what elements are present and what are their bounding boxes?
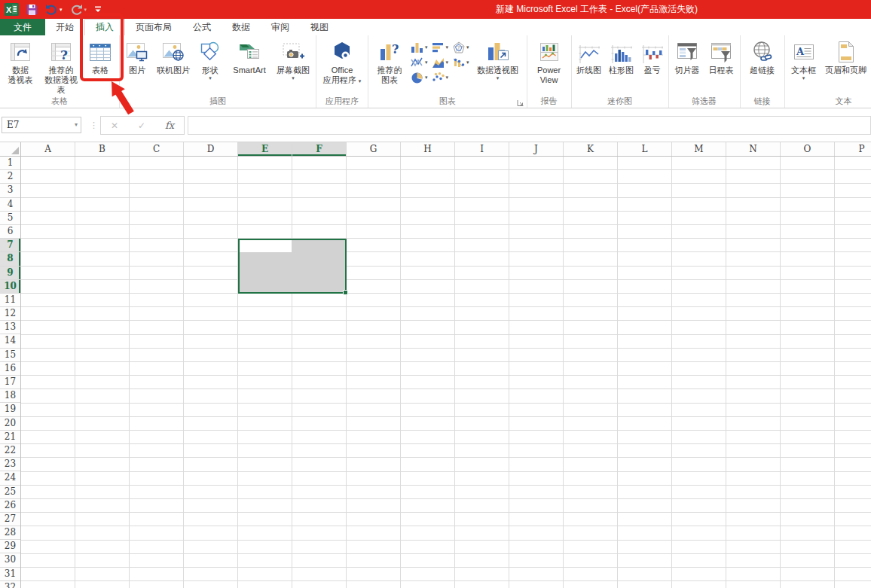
row-header-18[interactable]: 18 (0, 389, 20, 403)
column-header-G[interactable]: G (347, 142, 401, 156)
cancel-icon[interactable]: ✕ (111, 120, 118, 131)
tab-formulas[interactable]: 公式 (182, 19, 222, 35)
row-header-31[interactable]: 31 (0, 568, 20, 581)
save-icon[interactable] (26, 4, 38, 15)
formula-input[interactable] (188, 116, 871, 135)
row-header-5[interactable]: 5 (0, 212, 20, 225)
smartart-button[interactable]: SmartArt (227, 37, 272, 96)
column-header-M[interactable]: M (672, 142, 726, 156)
recommended-charts-button[interactable]: ? 推荐的 图表 (370, 37, 409, 96)
column-header-L[interactable]: L (618, 142, 672, 156)
row-header-25[interactable]: 25 (0, 486, 20, 499)
sparkline-winloss-button[interactable]: 盈亏 (638, 41, 667, 96)
row-header-6[interactable]: 6 (0, 225, 20, 239)
pivottable-button[interactable]: 数据 透视表 (2, 37, 39, 96)
power-view-button[interactable]: Power View (529, 37, 570, 96)
enter-icon[interactable]: ✓ (138, 120, 145, 131)
row-header-22[interactable]: 22 (0, 444, 20, 458)
row-header-13[interactable]: 13 (0, 321, 20, 334)
row-header-10[interactable]: 10 (0, 280, 20, 294)
column-header-B[interactable]: B (75, 142, 130, 156)
row-header-11[interactable]: 11 (0, 294, 20, 307)
column-chart-button[interactable]: ▾ (411, 41, 428, 53)
row-header-17[interactable]: 17 (0, 376, 20, 389)
shapes-button[interactable]: 形状 ▾ (194, 37, 227, 96)
tab-view[interactable]: 视图 (300, 19, 339, 35)
recommended-pivottables-button[interactable]: ? 推荐的 数据透视表 (39, 37, 83, 96)
customize-qat-icon[interactable] (94, 6, 102, 13)
name-box[interactable]: E7 ▾ (2, 117, 81, 133)
column-header-I[interactable]: I (455, 142, 509, 156)
column-header-A[interactable]: A (21, 142, 75, 156)
row-header-27[interactable]: 27 (0, 513, 20, 526)
column-header-N[interactable]: N (726, 142, 781, 156)
screenshot-button[interactable]: 屏幕截图 ▾ (272, 37, 314, 96)
office-apps-button[interactable]: Office 应用程序 ▾ (318, 37, 366, 96)
row-header-19[interactable]: 19 (0, 403, 20, 416)
column-header-P[interactable]: P (835, 142, 871, 156)
pie-chart-button[interactable]: ▾ (411, 72, 428, 84)
row-header-4[interactable]: 4 (0, 198, 20, 212)
active-cell[interactable] (240, 240, 292, 252)
row-header-8[interactable]: 8 (0, 252, 20, 266)
row-header-14[interactable]: 14 (0, 334, 20, 348)
charts-dialog-launcher-icon[interactable] (517, 99, 524, 107)
cell-grid[interactable] (21, 157, 871, 588)
row-header-7[interactable]: 7 (0, 239, 20, 252)
sparkline-line-button[interactable]: 折线图 (573, 41, 605, 96)
scatter-chart-button[interactable]: ▾ (432, 72, 449, 84)
excel-app-icon[interactable]: X (5, 3, 19, 16)
timeline-button[interactable]: 日程表 (704, 37, 738, 96)
line-chart-button[interactable]: ▾ (411, 56, 428, 69)
pivotchart-button[interactable]: 数据透视图 ▾ (471, 37, 525, 96)
row-header-23[interactable]: 23 (0, 458, 20, 471)
row-header-29[interactable]: 29 (0, 540, 20, 553)
column-header-F[interactable]: F (292, 142, 347, 156)
name-box-dropdown-icon[interactable]: ▾ (75, 117, 78, 133)
stock-chart-button[interactable]: ▾ (452, 56, 469, 69)
slicer-button[interactable]: 切片器 (671, 37, 704, 96)
online-pictures-button[interactable]: 联机图片 (153, 37, 194, 96)
tab-home[interactable]: 开始 (45, 19, 84, 35)
textbox-button[interactable]: A 文本框 ▾ (787, 37, 821, 96)
bar-chart-button[interactable]: ▾ (432, 41, 449, 53)
pictures-button[interactable]: 图片 (121, 37, 153, 96)
row-header-21[interactable]: 21 (0, 431, 20, 444)
hyperlink-button[interactable]: 超链接 (742, 37, 783, 96)
undo-dropdown-icon[interactable]: ▾ (60, 7, 63, 13)
insert-function-icon[interactable]: fx (165, 120, 174, 131)
fill-handle[interactable] (343, 290, 348, 295)
tab-page-layout[interactable]: 页面布局 (125, 19, 182, 35)
table-button[interactable]: 表格 (83, 37, 118, 96)
tab-review[interactable]: 审阅 (261, 19, 300, 35)
row-header-24[interactable]: 24 (0, 471, 20, 485)
row-header-20[interactable]: 20 (0, 417, 20, 431)
selection-range[interactable] (238, 239, 347, 294)
row-header-15[interactable]: 15 (0, 349, 20, 362)
row-header-1[interactable]: 1 (0, 157, 20, 170)
row-header-30[interactable]: 30 (0, 553, 20, 567)
tab-file[interactable]: 文件 (0, 19, 45, 35)
column-header-H[interactable]: H (401, 142, 455, 156)
sparkline-column-button[interactable]: 柱形图 (605, 41, 638, 96)
radar-chart-button[interactable]: ▾ (452, 41, 469, 53)
column-header-C[interactable]: C (130, 142, 184, 156)
row-header-32[interactable]: 32 (0, 581, 20, 588)
row-header-28[interactable]: 28 (0, 526, 20, 540)
tab-data[interactable]: 数据 (222, 19, 261, 35)
select-all-button[interactable] (0, 142, 21, 157)
row-header-16[interactable]: 16 (0, 362, 20, 376)
row-header-3[interactable]: 3 (0, 184, 20, 197)
area-chart-button[interactable]: ▾ (432, 56, 449, 69)
undo-icon[interactable]: ▾ (45, 4, 63, 15)
row-header-12[interactable]: 12 (0, 307, 20, 321)
row-header-2[interactable]: 2 (0, 170, 20, 184)
column-header-O[interactable]: O (781, 142, 835, 156)
column-header-E[interactable]: E (238, 142, 292, 156)
column-header-J[interactable]: J (509, 142, 564, 156)
column-header-D[interactable]: D (184, 142, 238, 156)
row-header-9[interactable]: 9 (0, 267, 20, 280)
row-header-26[interactable]: 26 (0, 499, 20, 513)
tab-insert[interactable]: 插入 (84, 19, 125, 35)
column-header-K[interactable]: K (564, 142, 618, 156)
